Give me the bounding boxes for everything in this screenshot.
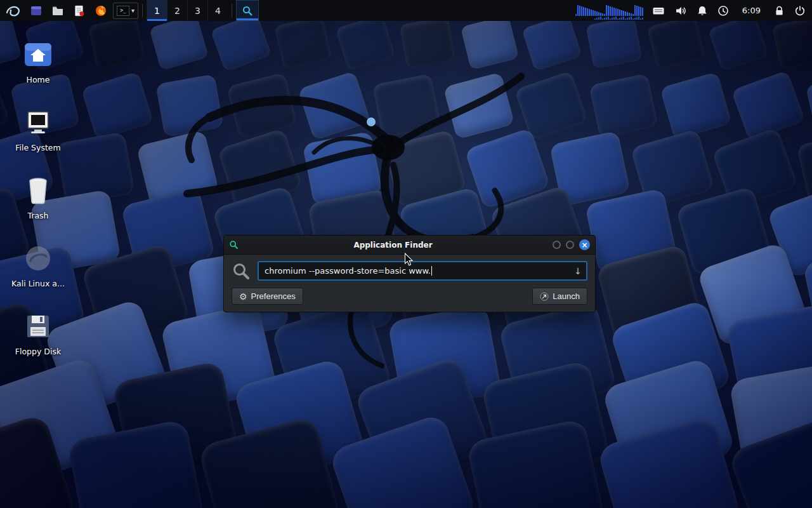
spectrum-bar [638, 6, 639, 16]
volume-icon[interactable] [674, 5, 687, 17]
desktop-icon-kali-docs[interactable]: Kali Linux a... [8, 237, 69, 300]
application-finder-icon [229, 240, 239, 250]
desktop-icon-file-system[interactable]: File System [8, 101, 69, 164]
taskbar-app-window-button[interactable] [25, 0, 47, 21]
wallpaper-cube [660, 72, 732, 140]
wallpaper-cube [372, 74, 441, 138]
terminal-dropdown-launcher[interactable]: >_ ▾ [113, 3, 138, 19]
spectrum-tick [602, 18, 603, 20]
clock[interactable]: 6:09 [738, 6, 764, 15]
chevron-down-icon: ▾ [131, 8, 134, 14]
application-finder-window: Application Finder × chromium --password… [223, 235, 596, 312]
wallpaper-cube [521, 14, 582, 72]
spectrum-tick [598, 17, 599, 20]
wallpaper-cube [88, 16, 146, 70]
desktop-icon-home[interactable]: Home [8, 33, 69, 97]
spectrum-tick [638, 17, 639, 20]
spectrum-bar [598, 12, 599, 16]
spectrum-bar [600, 13, 601, 16]
top-panel: >_ ▾ 1 2 3 4 [0, 0, 812, 21]
workspace-button-4[interactable]: 4 [207, 0, 228, 21]
spectrum-tick [604, 18, 605, 20]
spectrum-tick [594, 18, 596, 20]
spectrum-bars [575, 4, 643, 16]
spectrum-bar [591, 10, 592, 16]
wallpaper-cube [335, 14, 395, 71]
taskbar-application-finder-button[interactable] [236, 0, 259, 21]
spectrum-tick [612, 18, 613, 20]
wallpaper-cube [226, 72, 298, 139]
search-icon [232, 262, 251, 281]
panel-separator [142, 4, 143, 17]
logout-power-icon[interactable] [794, 5, 806, 17]
launch-button[interactable]: Launch [532, 288, 587, 305]
wallpaper-cube [298, 71, 371, 141]
workspace-button-3[interactable]: 3 [187, 0, 207, 21]
spectrum-tick [619, 18, 620, 20]
keyboard-icon[interactable] [652, 5, 665, 17]
file-manager-button[interactable] [47, 0, 69, 21]
spectrum-bar [583, 7, 584, 16]
software-update-icon[interactable] [717, 5, 729, 17]
preferences-button-label: Preferences [251, 291, 296, 301]
text-editor-button[interactable] [69, 0, 90, 21]
workspace-button-2[interactable]: 2 [167, 0, 187, 21]
notifications-bell-icon[interactable] [697, 5, 708, 17]
desktop-icon-label: Trash [27, 211, 48, 220]
spectrum-bar [629, 13, 630, 16]
spectrum-tick [621, 17, 622, 20]
trash-icon [26, 177, 50, 204]
spectrum-bar [589, 9, 590, 16]
document-icon [73, 4, 86, 17]
titlebar[interactable]: Application Finder × [224, 236, 595, 255]
spectrum-tick [625, 18, 626, 20]
floppy-disk-icon [25, 313, 51, 340]
command-input[interactable]: chromium --password-store=basic www. ↓ [258, 261, 587, 281]
finder-body: chromium --password-store=basic www. ↓ ⚙… [224, 255, 595, 312]
workspace-button-1[interactable]: 1 [147, 0, 167, 21]
close-button[interactable]: × [579, 239, 590, 250]
minimize-button[interactable] [553, 241, 561, 249]
spectrum-bar [596, 11, 598, 16]
kali-docs-icon [24, 244, 52, 272]
spectrum-tick [613, 17, 615, 20]
spectrum-tick [615, 17, 617, 20]
spectrum-bar [581, 6, 582, 16]
desktop-icon-label: Home [27, 75, 50, 84]
spectrum-tick [627, 18, 628, 20]
launch-button-label: Launch [553, 291, 580, 301]
spectrum-bar [642, 8, 643, 16]
spectrum-bar [587, 8, 588, 16]
spectrum-tick [640, 18, 641, 20]
home-icon [23, 42, 53, 67]
spectrum-bar [612, 7, 613, 16]
kali-logo-icon [5, 3, 20, 18]
maximize-button[interactable] [566, 241, 574, 249]
wallpaper-cube [155, 74, 223, 137]
spectrum-ticks [575, 17, 643, 20]
history-dropdown-icon[interactable]: ↓ [574, 265, 582, 276]
desktop-icon-label: Kali Linux a... [11, 279, 65, 288]
wallpaper-cube [466, 418, 606, 508]
desktop-icon-column: Home File System Trash [8, 33, 69, 368]
spectrum-bar [615, 8, 617, 16]
kali-menu-button[interactable] [0, 0, 25, 21]
firefox-button[interactable] [90, 0, 112, 21]
text-cursor [431, 266, 432, 276]
lock-icon[interactable] [774, 5, 785, 17]
spectrum-bar [623, 11, 624, 16]
command-input-text: chromium --password-store=basic www. [265, 266, 431, 276]
spectrum-tick [632, 18, 634, 20]
preferences-button[interactable]: ⚙ Preferences [232, 288, 303, 305]
spectrum-bar [593, 10, 594, 16]
desktop-icon-trash[interactable]: Trash [8, 169, 69, 232]
wallpaper-cube [772, 16, 812, 70]
desktop-icon-label: File System [15, 143, 61, 152]
spectrum-bar [602, 13, 603, 16]
panel-separator [232, 4, 232, 17]
spectrum-tick [617, 18, 619, 20]
spectrum-bar [608, 6, 609, 16]
spectrum-tick [629, 17, 630, 20]
desktop-icon-floppy-disk[interactable]: Floppy Disk [8, 305, 69, 368]
spectrum-bar [577, 5, 579, 16]
